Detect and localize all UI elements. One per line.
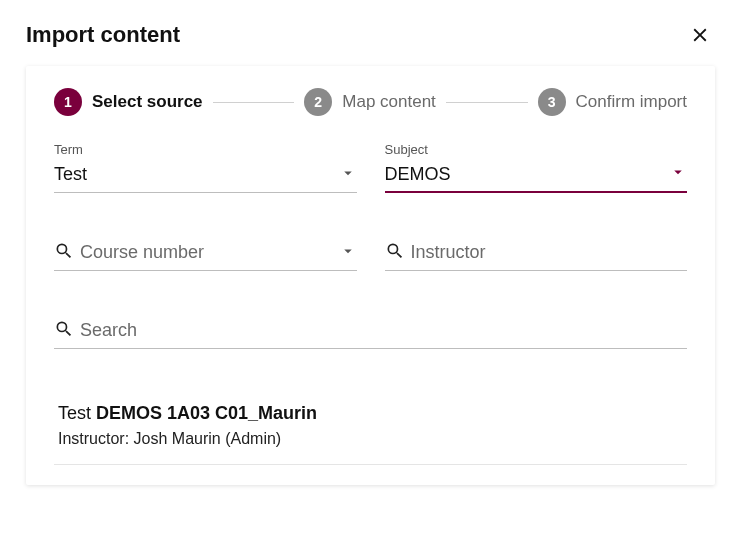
subject-label: Subject <box>385 142 688 157</box>
step-connector <box>213 102 295 103</box>
close-icon <box>689 34 711 49</box>
search-icon <box>385 241 405 265</box>
filter-row-2 <box>54 235 687 271</box>
step-connector <box>446 102 528 103</box>
step-select-source[interactable]: 1 Select source <box>54 88 203 116</box>
step-label: Select source <box>92 92 203 112</box>
course-number-input[interactable] <box>80 240 339 265</box>
term-value: Test <box>54 162 339 187</box>
step-map-content[interactable]: 2 Map content <box>304 88 436 116</box>
filter-row-1: Term Test Subject DEMOS <box>54 142 687 193</box>
step-number: 2 <box>304 88 332 116</box>
chevron-down-icon <box>339 242 357 264</box>
result-code: DEMOS 1A03 C01_Maurin <box>96 403 317 423</box>
search-input-wrap[interactable] <box>54 313 687 349</box>
subject-field: Subject DEMOS <box>385 142 688 193</box>
search-input[interactable] <box>80 318 687 343</box>
search-field <box>54 313 687 349</box>
result-title: Test DEMOS 1A03 C01_Maurin <box>58 403 681 424</box>
instructor-input[interactable] <box>411 240 688 265</box>
dialog-title: Import content <box>26 22 180 48</box>
course-number-field <box>54 235 357 271</box>
chevron-down-icon <box>339 164 357 186</box>
term-label: Term <box>54 142 357 157</box>
result-instructor: Instructor: Josh Maurin (Admin) <box>58 430 681 448</box>
import-content-dialog: Import content 1 Select source 2 Map con… <box>8 8 733 485</box>
step-label: Map content <box>342 92 436 112</box>
term-field: Term Test <box>54 142 357 193</box>
stepper: 1 Select source 2 Map content 3 Confirm … <box>54 88 687 116</box>
search-icon <box>54 241 74 265</box>
term-select[interactable]: Test <box>54 157 357 193</box>
instructor-input-wrap[interactable] <box>385 235 688 271</box>
step-number: 1 <box>54 88 82 116</box>
step-label: Confirm import <box>576 92 687 112</box>
chevron-down-icon <box>669 163 687 185</box>
step-confirm-import[interactable]: 3 Confirm import <box>538 88 687 116</box>
search-icon <box>54 319 74 343</box>
dialog-body: 1 Select source 2 Map content 3 Confirm … <box>26 66 715 485</box>
step-number: 3 <box>538 88 566 116</box>
subject-value: DEMOS <box>385 162 670 187</box>
instructor-field <box>385 235 688 271</box>
results-list: Test DEMOS 1A03 C01_Maurin Instructor: J… <box>54 389 687 465</box>
course-number-select[interactable] <box>54 235 357 271</box>
result-item[interactable]: Test DEMOS 1A03 C01_Maurin Instructor: J… <box>54 389 687 465</box>
close-button[interactable] <box>685 20 715 50</box>
dialog-header: Import content <box>8 8 733 56</box>
result-term: Test <box>58 403 91 423</box>
subject-select[interactable]: DEMOS <box>385 157 688 193</box>
